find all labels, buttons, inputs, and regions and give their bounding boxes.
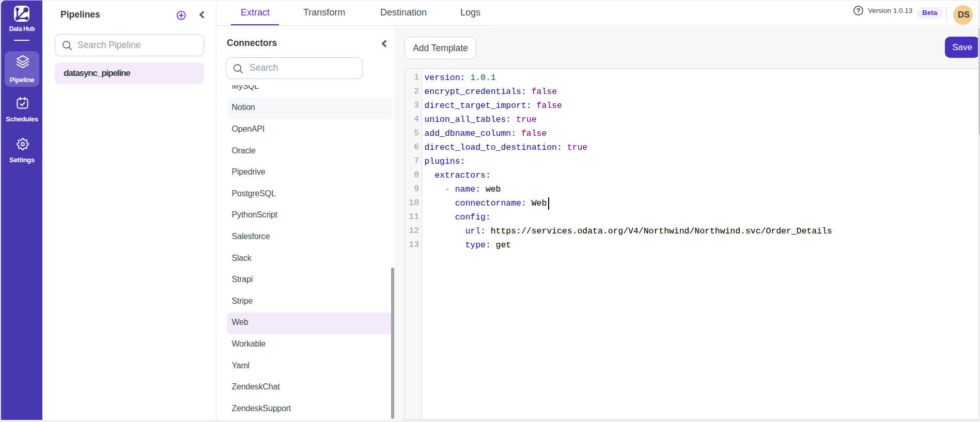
svg-text:?: ? [857,7,861,14]
